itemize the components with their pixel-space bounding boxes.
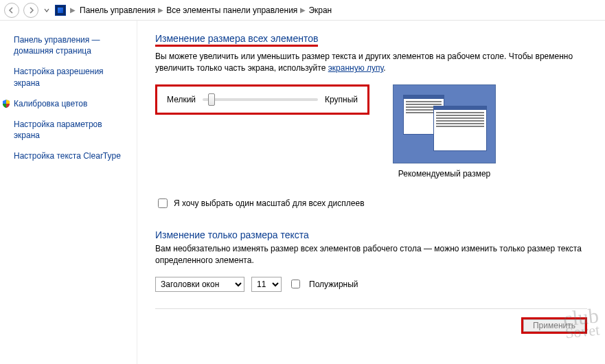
sidebar: Панель управления — домашняя страница На… <box>0 21 137 364</box>
history-dropdown[interactable] <box>43 3 51 18</box>
page-heading: Изменение размера всех элементов <box>155 33 318 47</box>
shield-icon <box>1 99 11 109</box>
chevron-right-icon: ▶ <box>158 6 163 14</box>
footer: Применить <box>155 308 587 334</box>
slider-min-label: Мелкий <box>167 95 196 104</box>
desc-text: . <box>383 63 385 73</box>
sidebar-item-display-params[interactable]: Настройка параметров экрана <box>14 119 130 141</box>
main-content: Изменение размера всех элементов Вы може… <box>137 21 605 364</box>
single-scale-checkbox[interactable] <box>158 198 168 208</box>
bold-checkbox[interactable] <box>291 280 300 288</box>
control-panel-icon <box>55 5 66 16</box>
section-heading: Изменение только размера текста <box>155 229 587 240</box>
section-description: Вам необязательно изменять размер всех э… <box>155 243 587 267</box>
breadcrumb-item[interactable]: Экран <box>308 5 332 15</box>
page-description: Вы можете увеличить или уменьшить размер… <box>155 51 587 75</box>
breadcrumb-item[interactable]: Панель управления <box>80 5 155 15</box>
size-slider-group: Мелкий Крупный <box>155 84 369 115</box>
preview-caption: Рекомендуемый размер <box>393 169 496 179</box>
text-element-select[interactable]: Заголовки окон <box>155 277 244 292</box>
back-button[interactable] <box>4 3 19 18</box>
sidebar-item-resolution[interactable]: Настройка разрешения экрана <box>14 66 130 88</box>
toolbar: ▶ Панель управления ▶ Все элементы панел… <box>0 0 605 21</box>
bold-label[interactable]: Полужирный <box>309 280 358 289</box>
slider-max-label: Крупный <box>325 95 358 104</box>
slider-thumb[interactable] <box>208 93 215 106</box>
breadcrumb-item[interactable]: Все элементы панели управления <box>166 5 297 15</box>
magnifier-link[interactable]: экранную лупу <box>328 63 384 73</box>
chevron-right-icon: ▶ <box>300 6 306 14</box>
text-size-select[interactable]: 11 <box>251 277 282 292</box>
single-scale-label[interactable]: Я хочу выбрать один масштаб для всех дис… <box>174 198 365 208</box>
sidebar-item-label: Калибровка цветов <box>14 99 87 109</box>
chevron-right-icon: ▶ <box>70 6 76 14</box>
size-slider[interactable] <box>203 98 318 101</box>
preview-panel: Рекомендуемый размер <box>393 84 496 179</box>
apply-button[interactable]: Применить <box>521 317 587 334</box>
sidebar-item-home[interactable]: Панель управления — домашняя страница <box>14 34 130 56</box>
forward-button[interactable] <box>23 3 38 18</box>
breadcrumb: Панель управления ▶ Все элементы панели … <box>80 5 332 15</box>
sidebar-item-color-calibration[interactable]: Калибровка цветов <box>14 98 130 109</box>
sidebar-item-cleartype[interactable]: Настройка текста ClearType <box>14 150 130 161</box>
preview-image <box>393 84 496 163</box>
